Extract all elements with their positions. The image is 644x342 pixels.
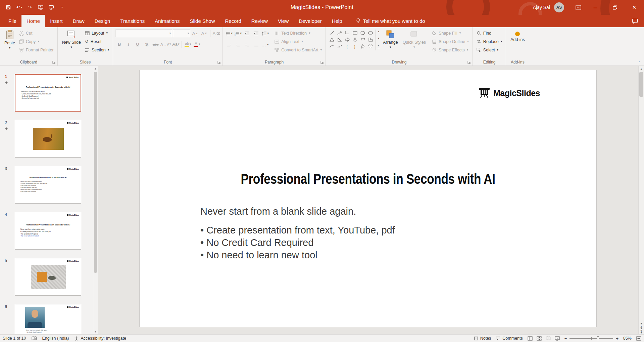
avatar[interactable]: AS bbox=[554, 2, 564, 12]
save-button[interactable] bbox=[3, 2, 13, 13]
grow-font-button[interactable]: A▲ bbox=[191, 30, 199, 37]
zoom-slider[interactable] bbox=[569, 338, 613, 339]
bold-button[interactable]: B bbox=[115, 40, 123, 48]
undo-button[interactable]: ↶▾ bbox=[14, 2, 24, 13]
font-size-combobox[interactable]: ▾ bbox=[173, 30, 190, 37]
tab-developer[interactable]: Developer bbox=[294, 15, 327, 27]
slide-counter[interactable]: Slide 1 of 10 bbox=[3, 336, 26, 341]
shape-heart-icon[interactable] bbox=[366, 43, 374, 50]
shape-line-icon[interactable] bbox=[328, 30, 336, 36]
text-direction-button[interactable]: Text Direction ▾ bbox=[273, 29, 324, 37]
redo-button[interactable]: ↷ bbox=[25, 2, 35, 13]
close-button[interactable]: ✕ bbox=[625, 0, 644, 15]
thumbnail-canvas[interactable]: MagicSlides bbox=[15, 120, 81, 158]
slide-thumbnail-5[interactable]: 5 MagicSlides bbox=[0, 258, 93, 296]
shape-oval-icon[interactable] bbox=[359, 30, 366, 36]
columns-button[interactable]: ▾ bbox=[261, 41, 269, 48]
tab-transitions[interactable]: Transitions bbox=[115, 15, 150, 27]
font-color-button[interactable]: A▾ bbox=[193, 40, 201, 48]
copy-button[interactable]: Copy ▾ bbox=[17, 37, 55, 46]
tab-view[interactable]: View bbox=[273, 15, 294, 27]
numbering-button[interactable]: 123▾ bbox=[234, 30, 242, 37]
tab-slide-show[interactable]: Slide Show bbox=[185, 15, 220, 27]
zoom-slider-thumb[interactable] bbox=[597, 336, 599, 340]
minimize-button[interactable]: ─ bbox=[586, 0, 605, 15]
start-slideshow-button[interactable] bbox=[36, 2, 46, 13]
tab-record[interactable]: Record bbox=[220, 15, 246, 27]
shape-parallelogram-icon[interactable] bbox=[359, 36, 366, 43]
accessibility-status[interactable]: Accessibility: Investigate bbox=[74, 336, 126, 341]
tab-draw[interactable]: Draw bbox=[68, 15, 90, 27]
shape-left-brace-icon[interactable]: { bbox=[343, 43, 351, 50]
scrollbar-thumb[interactable] bbox=[94, 72, 97, 273]
new-slide-button[interactable]: New Slide ▾ bbox=[60, 29, 83, 49]
tab-design[interactable]: Design bbox=[90, 15, 115, 27]
paragraph-dialog-launcher[interactable] bbox=[320, 60, 324, 64]
zoom-in-button[interactable]: + bbox=[616, 336, 618, 341]
tab-file[interactable]: File bbox=[3, 15, 21, 27]
scroll-up-icon[interactable]: ▲ bbox=[93, 66, 98, 71]
bullets-button[interactable]: ▾ bbox=[225, 30, 233, 37]
scroll-up-icon[interactable]: ▲ bbox=[640, 66, 643, 72]
cut-button[interactable]: Cut bbox=[17, 29, 55, 37]
previous-slide-button[interactable]: ▲▲ bbox=[640, 326, 643, 329]
slide-bullet-list[interactable]: • Create presentation from text, YouTube… bbox=[200, 224, 395, 261]
align-left-button[interactable] bbox=[225, 41, 233, 48]
line-spacing-button[interactable]: ▾ bbox=[261, 30, 269, 37]
scroll-down-icon[interactable]: ▼ bbox=[93, 329, 98, 334]
slide-thumbnail-2[interactable]: 2 MagicSlides bbox=[0, 120, 93, 158]
clear-formatting-button[interactable]: A⌫ bbox=[212, 30, 220, 37]
comments-bubble-icon[interactable] bbox=[632, 18, 638, 24]
change-case-button[interactable]: Aa▾ bbox=[171, 40, 180, 48]
slide-thumbnail-4[interactable]: 4 MagicSlides Professional Presentations… bbox=[0, 212, 93, 250]
font-name-combobox[interactable]: ▾ bbox=[115, 30, 172, 37]
find-button[interactable]: Find bbox=[475, 29, 504, 37]
shapes-gallery[interactable]: { } bbox=[328, 30, 374, 50]
thumbnail-canvas[interactable]: MagicSlides Professional Presentations i… bbox=[15, 212, 81, 250]
next-slide-button[interactable]: ▼▼ bbox=[640, 330, 643, 334]
tab-animations[interactable]: Animations bbox=[150, 15, 185, 27]
notes-button[interactable]: Notes bbox=[474, 336, 491, 341]
arrange-button[interactable]: Arrange ▾ bbox=[381, 29, 400, 49]
font-dialog-launcher[interactable] bbox=[217, 60, 221, 64]
align-right-button[interactable] bbox=[243, 41, 251, 48]
clipboard-dialog-launcher[interactable] bbox=[52, 60, 56, 64]
shape-arrow-down-icon[interactable] bbox=[351, 36, 359, 43]
shape-effects-button[interactable]: Shape Effects ▾ bbox=[430, 46, 470, 54]
tab-insert[interactable]: Insert bbox=[45, 15, 68, 27]
tab-help[interactable]: Help bbox=[327, 15, 347, 27]
shape-fill-button[interactable]: Shape Fill ▾ bbox=[430, 29, 470, 37]
slide-title[interactable]: Professional Presentations in Seconds wi… bbox=[176, 171, 560, 187]
slide-intro-text[interactable]: Never start from a blank slide again. bbox=[200, 206, 356, 217]
align-text-button[interactable]: Align Text ▾ bbox=[273, 37, 324, 46]
shape-triangle-icon[interactable] bbox=[328, 36, 336, 43]
slide-thumbnail-6[interactable]: 6 MagicSlides Never start from a blank s… bbox=[0, 304, 93, 334]
restore-button[interactable] bbox=[605, 0, 625, 15]
scroll-down-icon[interactable]: ▼ bbox=[640, 322, 643, 325]
shapes-gallery-scroll[interactable]: ▴ ▾ ▾─ bbox=[375, 30, 381, 50]
animation-star-icon[interactable] bbox=[5, 127, 8, 130]
tab-home[interactable]: Home bbox=[21, 15, 45, 27]
layout-button[interactable]: Layout ▾ bbox=[83, 29, 111, 37]
slide-thumbnail-3[interactable]: 3 MagicSlides Professional Presentations… bbox=[0, 166, 93, 204]
align-center-button[interactable] bbox=[234, 41, 242, 48]
slide-thumbnail-1[interactable]: 1 MagicSlides Professional Presentations… bbox=[0, 74, 93, 112]
tell-me-search[interactable]: Tell me what you want to do bbox=[356, 15, 425, 27]
animation-star-icon[interactable] bbox=[5, 81, 8, 84]
tab-review[interactable]: Review bbox=[246, 15, 273, 27]
ribbon-display-options-button[interactable] bbox=[571, 0, 586, 15]
zoom-out-button[interactable]: − bbox=[564, 336, 567, 341]
increase-indent-button[interactable] bbox=[252, 30, 260, 37]
normal-view-icon[interactable] bbox=[528, 336, 533, 341]
editor-scrollbar[interactable]: ▲ ▼ ▲▲ ▼▼ bbox=[638, 66, 644, 334]
shape-scribble-icon[interactable] bbox=[336, 43, 343, 50]
shape-arc-icon[interactable] bbox=[328, 43, 336, 50]
slide-editor-area[interactable]: MagicSlides Professional Presentations i… bbox=[98, 66, 638, 334]
shape-elbow-connector-icon[interactable] bbox=[343, 30, 351, 36]
language-status[interactable]: English (India) bbox=[42, 336, 69, 341]
convert-smartart-button[interactable]: Convert to SmartArt ▾ bbox=[273, 46, 324, 54]
shape-arrow-line-icon[interactable] bbox=[336, 30, 343, 36]
justify-button[interactable] bbox=[252, 41, 260, 48]
slide-show-view-icon[interactable] bbox=[555, 336, 560, 341]
replace-button[interactable]: Replace ▾ bbox=[475, 37, 504, 46]
